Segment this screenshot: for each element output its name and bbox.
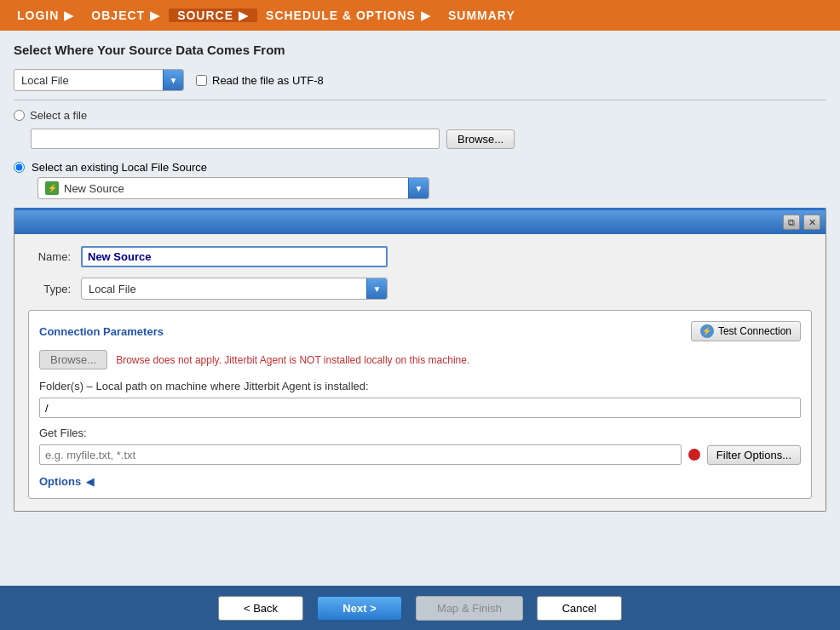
source-type-select[interactable]: Local File ▼ bbox=[14, 69, 184, 91]
nav-arrow-schedule: ▶ bbox=[421, 9, 431, 22]
main-content: Select Where Your Source Data Comes From… bbox=[0, 31, 840, 586]
get-files-label: Get Files: bbox=[39, 427, 801, 439]
nav-item-login[interactable]: LOGIN ▶ bbox=[9, 9, 83, 22]
type-value: Local File bbox=[82, 283, 366, 295]
next-button[interactable]: Next > bbox=[317, 596, 402, 621]
cancel-button[interactable]: Cancel bbox=[537, 596, 622, 621]
nav-arrow-object: ▶ bbox=[150, 9, 160, 22]
bottom-bar: < Back Next > Map & Finish Cancel bbox=[0, 586, 840, 630]
dialog-panel: ⧉ ✕ Name: Type: Local File ▼ Connection … bbox=[14, 208, 826, 512]
conn-params-header: Connection Parameters ⚡ Test Connection bbox=[39, 321, 801, 341]
browse-button[interactable]: Browse... bbox=[446, 129, 515, 149]
browse-disabled-btn: Browse... bbox=[39, 350, 107, 369]
conn-params-title: Connection Parameters bbox=[39, 325, 164, 338]
folder-input[interactable] bbox=[39, 398, 801, 418]
name-input[interactable] bbox=[81, 246, 388, 267]
filter-options-button[interactable]: Filter Options... bbox=[707, 445, 801, 465]
nav-label-summary: SUMMARY bbox=[448, 9, 515, 22]
page-title: Select Where Your Source Data Comes From bbox=[14, 43, 826, 57]
folder-label: Folder(s) – Local path on machine where … bbox=[39, 380, 801, 392]
type-select[interactable]: Local File ▼ bbox=[81, 278, 388, 300]
utf8-checkbox-label[interactable]: Read the file as UTF-8 bbox=[196, 74, 324, 87]
divider-1 bbox=[14, 100, 826, 100]
options-label: Options bbox=[39, 475, 81, 488]
nav-label-source: SOURCE bbox=[177, 9, 233, 22]
utf8-checkbox-input[interactable] bbox=[196, 75, 207, 86]
existing-source-radio[interactable] bbox=[14, 162, 25, 173]
file-path-input[interactable] bbox=[31, 129, 440, 149]
options-section[interactable]: Options ◀ bbox=[39, 475, 801, 488]
test-connection-label: Test Connection bbox=[718, 325, 791, 337]
test-connection-button[interactable]: ⚡ Test Connection bbox=[691, 321, 801, 341]
type-label: Type: bbox=[28, 283, 71, 295]
browse-disabled-row: Browse... Browse does not apply. Jitterb… bbox=[39, 350, 801, 369]
type-row: Type: Local File ▼ bbox=[28, 278, 812, 300]
existing-source-dropdown-btn[interactable]: ▼ bbox=[408, 178, 429, 198]
dialog-restore-btn[interactable]: ⧉ bbox=[783, 215, 800, 230]
existing-source-row: Select an existing Local File Source bbox=[14, 161, 826, 174]
nav-item-schedule[interactable]: SCHEDULE & OPTIONS ▶ bbox=[257, 9, 440, 22]
existing-source-select-text: ⚡ New Source bbox=[38, 181, 408, 195]
map-finish-button: Map & Finish bbox=[416, 596, 523, 621]
source-type-dropdown-btn[interactable]: ▼ bbox=[163, 70, 183, 90]
existing-source-select[interactable]: ⚡ New Source ▼ bbox=[37, 177, 429, 199]
get-files-indicator bbox=[688, 449, 700, 461]
connection-params-section: Connection Parameters ⚡ Test Connection … bbox=[28, 310, 812, 499]
test-connection-icon: ⚡ bbox=[700, 324, 714, 338]
nav-item-source[interactable]: SOURCE ▶ bbox=[169, 9, 257, 22]
select-file-radio-row: Select a file bbox=[14, 109, 826, 122]
utf8-label: Read the file as UTF-8 bbox=[212, 74, 324, 87]
get-files-input[interactable] bbox=[39, 444, 682, 465]
file-input-row: Browse... bbox=[31, 129, 826, 149]
type-dropdown-btn[interactable]: ▼ bbox=[366, 278, 387, 299]
select-file-radio[interactable] bbox=[14, 110, 25, 121]
nav-item-summary[interactable]: SUMMARY bbox=[440, 9, 524, 22]
dialog-close-btn[interactable]: ✕ bbox=[803, 215, 820, 230]
nav-label-login: LOGIN bbox=[17, 9, 59, 22]
browse-warning-text: Browse does not apply. Jitterbit Agent i… bbox=[116, 354, 469, 366]
top-navigation: LOGIN ▶ OBJECT ▶ SOURCE ▶ SCHEDULE & OPT… bbox=[0, 0, 840, 31]
select-file-label: Select a file bbox=[30, 109, 87, 122]
source-type-value: Local File bbox=[14, 74, 163, 87]
options-arrow-icon: ◀ bbox=[86, 476, 94, 488]
nav-item-object[interactable]: OBJECT ▶ bbox=[83, 9, 169, 22]
source-type-row: Local File ▼ Read the file as UTF-8 bbox=[14, 69, 826, 91]
source-icon: ⚡ bbox=[45, 181, 59, 195]
existing-source-name: New Source bbox=[64, 182, 124, 195]
nav-label-object: OBJECT bbox=[91, 9, 145, 22]
get-files-row: Filter Options... bbox=[39, 444, 801, 465]
dialog-header: ⧉ ✕ bbox=[14, 210, 826, 234]
name-label: Name: bbox=[28, 250, 71, 263]
back-button[interactable]: < Back bbox=[218, 596, 303, 621]
nav-arrow-login: ▶ bbox=[64, 9, 74, 22]
nav-arrow-source: ▶ bbox=[239, 9, 249, 22]
existing-source-label: Select an existing Local File Source bbox=[32, 161, 207, 174]
name-row: Name: bbox=[28, 246, 812, 267]
nav-label-schedule: SCHEDULE & OPTIONS bbox=[266, 9, 416, 22]
dialog-body: Name: Type: Local File ▼ Connection Para… bbox=[14, 234, 826, 511]
